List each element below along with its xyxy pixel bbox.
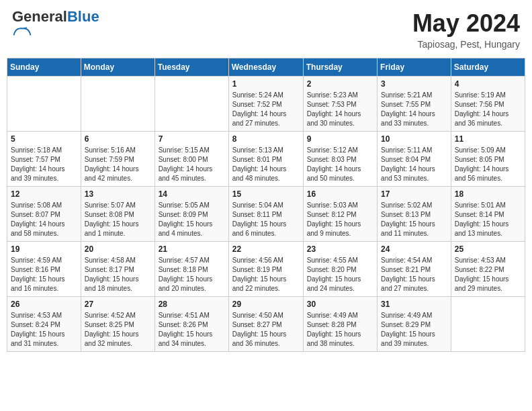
day-info: Sunrise: 4:59 AMSunset: 8:16 PMDaylight:… [11,256,77,293]
calendar-cell: 9Sunrise: 5:12 AMSunset: 8:03 PMDaylight… [303,132,377,187]
day-number: 14 [159,189,225,199]
calendar-cell: 1Sunrise: 5:24 AMSunset: 7:52 PMDaylight… [228,77,303,132]
month-title: May 2024 [412,9,520,38]
day-number: 7 [159,134,225,144]
day-number: 31 [381,300,447,309]
calendar-cell: 21Sunrise: 4:57 AMSunset: 8:18 PMDayligh… [154,242,228,297]
day-info: Sunrise: 4:58 AMSunset: 8:17 PMDaylight:… [85,256,151,293]
calendar-cell: 5Sunrise: 5:18 AMSunset: 7:57 PMDaylight… [7,132,81,187]
calendar-cell: 16Sunrise: 5:03 AMSunset: 8:12 PMDayligh… [303,187,377,242]
calendar-cell: 10Sunrise: 5:11 AMSunset: 8:04 PMDayligh… [378,132,451,187]
day-number: 1 [232,79,300,89]
day-info: Sunrise: 5:05 AMSunset: 8:09 PMDaylight:… [159,201,225,238]
calendar-cell: 25Sunrise: 4:53 AMSunset: 8:22 PMDayligh… [451,242,525,297]
day-info: Sunrise: 4:52 AMSunset: 8:25 PMDaylight:… [85,311,151,349]
day-number: 27 [85,300,151,309]
day-info: Sunrise: 4:54 AMSunset: 8:21 PMDaylight:… [381,256,447,293]
logo-blue-text: Blue [67,8,99,25]
day-info: Sunrise: 5:12 AMSunset: 8:03 PMDaylight:… [307,146,373,183]
day-number: 28 [159,300,225,309]
day-info: Sunrise: 4:49 AMSunset: 8:28 PMDaylight:… [307,311,373,349]
day-number: 12 [11,189,77,199]
day-info: Sunrise: 4:51 AMSunset: 8:26 PMDaylight:… [159,311,225,349]
day-info: Sunrise: 5:15 AMSunset: 8:00 PMDaylight:… [159,146,225,183]
day-number: 4 [455,79,521,89]
calendar-cell: 3Sunrise: 5:21 AMSunset: 7:55 PMDaylight… [378,77,451,132]
day-number: 11 [455,134,521,144]
day-number: 17 [381,189,447,199]
day-number: 22 [232,244,300,254]
day-number: 18 [455,189,521,199]
calendar-cell [81,77,154,132]
day-number: 30 [307,300,373,309]
logo-general-text: General [12,8,67,25]
day-number: 26 [11,300,77,309]
calendar-cell [7,77,81,132]
location-subtitle: Tapiosag, Pest, Hungary [412,39,520,50]
day-info: Sunrise: 5:03 AMSunset: 8:12 PMDaylight:… [307,201,373,238]
day-info: Sunrise: 5:16 AMSunset: 7:59 PMDaylight:… [85,146,151,183]
day-number: 5 [11,134,77,144]
day-info: Sunrise: 4:56 AMSunset: 8:19 PMDaylight:… [232,256,300,293]
calendar-cell: 27Sunrise: 4:52 AMSunset: 8:25 PMDayligh… [81,297,154,352]
calendar-cell: 13Sunrise: 5:07 AMSunset: 8:08 PMDayligh… [81,187,154,242]
day-number: 24 [381,244,447,254]
day-number: 9 [307,134,373,144]
weekday-header-tuesday: Tuesday [154,58,228,77]
page-header: GeneralBlue May 2024 Tapiosag, Pest, Hun… [7,7,525,52]
day-info: Sunrise: 5:07 AMSunset: 8:08 PMDaylight:… [85,201,151,238]
day-info: Sunrise: 4:57 AMSunset: 8:18 PMDaylight:… [159,256,225,293]
day-number: 25 [455,244,521,254]
weekday-header-sunday: Sunday [7,58,81,77]
calendar-cell: 2Sunrise: 5:23 AMSunset: 7:53 PMDaylight… [303,77,377,132]
day-info: Sunrise: 5:08 AMSunset: 8:07 PMDaylight:… [11,201,77,238]
calendar-cell: 19Sunrise: 4:59 AMSunset: 8:16 PMDayligh… [7,242,81,297]
calendar-cell: 30Sunrise: 4:49 AMSunset: 8:28 PMDayligh… [303,297,377,352]
calendar-cell: 28Sunrise: 4:51 AMSunset: 8:26 PMDayligh… [154,297,228,352]
calendar-cell: 24Sunrise: 4:54 AMSunset: 8:21 PMDayligh… [378,242,451,297]
calendar-cell: 8Sunrise: 5:13 AMSunset: 8:01 PMDaylight… [228,132,303,187]
day-number: 6 [85,134,151,144]
day-number: 2 [307,79,373,89]
day-number: 23 [307,244,373,254]
day-number: 13 [85,189,151,199]
day-info: Sunrise: 5:02 AMSunset: 8:13 PMDaylight:… [381,201,447,238]
calendar-cell: 15Sunrise: 5:04 AMSunset: 8:11 PMDayligh… [228,187,303,242]
calendar-cell [451,297,525,352]
calendar-cell [154,77,228,132]
day-info: Sunrise: 4:53 AMSunset: 8:22 PMDaylight:… [455,256,521,293]
logo-icon [12,26,32,36]
calendar-cell: 23Sunrise: 4:55 AMSunset: 8:20 PMDayligh… [303,242,377,297]
day-info: Sunrise: 5:09 AMSunset: 8:05 PMDaylight:… [455,146,521,183]
day-info: Sunrise: 4:53 AMSunset: 8:24 PMDaylight:… [11,311,77,349]
day-info: Sunrise: 4:50 AMSunset: 8:27 PMDaylight:… [232,311,300,349]
day-info: Sunrise: 5:18 AMSunset: 7:57 PMDaylight:… [11,146,77,183]
day-info: Sunrise: 5:19 AMSunset: 7:56 PMDaylight:… [455,91,521,128]
calendar-cell: 17Sunrise: 5:02 AMSunset: 8:13 PMDayligh… [378,187,451,242]
weekday-header-friday: Friday [378,58,451,77]
title-block: May 2024 Tapiosag, Pest, Hungary [412,9,520,50]
logo: GeneralBlue [12,9,99,36]
day-number: 29 [232,300,300,309]
weekday-header-thursday: Thursday [303,58,377,77]
calendar-cell: 29Sunrise: 4:50 AMSunset: 8:27 PMDayligh… [228,297,303,352]
calendar-cell: 14Sunrise: 5:05 AMSunset: 8:09 PMDayligh… [154,187,228,242]
weekday-header-saturday: Saturday [451,58,525,77]
calendar-cell: 22Sunrise: 4:56 AMSunset: 8:19 PMDayligh… [228,242,303,297]
calendar-cell: 11Sunrise: 5:09 AMSunset: 8:05 PMDayligh… [451,132,525,187]
day-info: Sunrise: 4:49 AMSunset: 8:29 PMDaylight:… [381,311,447,349]
day-info: Sunrise: 5:11 AMSunset: 8:04 PMDaylight:… [381,146,447,183]
day-number: 19 [11,244,77,254]
calendar-cell: 26Sunrise: 4:53 AMSunset: 8:24 PMDayligh… [7,297,81,352]
day-number: 10 [381,134,447,144]
calendar-cell: 7Sunrise: 5:15 AMSunset: 8:00 PMDaylight… [154,132,228,187]
calendar-table: SundayMondayTuesdayWednesdayThursdayFrid… [7,58,525,352]
day-info: Sunrise: 5:21 AMSunset: 7:55 PMDaylight:… [381,91,447,128]
day-number: 3 [381,79,447,89]
day-info: Sunrise: 5:13 AMSunset: 8:01 PMDaylight:… [232,146,300,183]
day-number: 21 [159,244,225,254]
day-info: Sunrise: 5:04 AMSunset: 8:11 PMDaylight:… [232,201,300,238]
day-number: 8 [232,134,300,144]
calendar-cell: 20Sunrise: 4:58 AMSunset: 8:17 PMDayligh… [81,242,154,297]
calendar-cell: 4Sunrise: 5:19 AMSunset: 7:56 PMDaylight… [451,77,525,132]
